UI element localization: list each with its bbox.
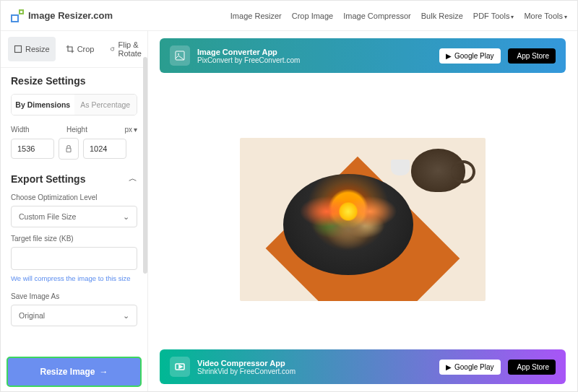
top-nav: Image Resizer Crop Image Image Compresso… <box>230 12 567 20</box>
resize-icon <box>14 45 22 53</box>
mode-by-dimensions[interactable]: By Dimensions <box>12 95 74 115</box>
optimization-select[interactable]: Custom File Size ⌄ <box>11 206 137 227</box>
app-store-button[interactable]: App Store <box>508 360 556 375</box>
main-area: Image Converter App PixConvert by FreeCo… <box>148 31 577 391</box>
export-settings-title: Export Settings <box>11 173 85 185</box>
chevron-down-icon: ▾ <box>511 14 514 20</box>
topbar: Image Resizer.com Image Resizer Crop Ima… <box>1 1 577 31</box>
settings-panel: Resize Settings By Dimensions As Percent… <box>1 68 147 391</box>
chevron-down-icon: ▾ <box>564 14 567 20</box>
nav-pdf-tools[interactable]: PDF Tools▾ <box>473 12 514 20</box>
lock-icon <box>64 144 73 153</box>
image-canvas[interactable] <box>160 83 566 384</box>
app-window: Image Resizer.com Image Resizer Crop Ima… <box>0 0 578 392</box>
dimension-inputs <box>11 138 137 160</box>
rotate-icon <box>110 45 115 53</box>
ad-text: Video Compressor App ShrinkVid by FreeCo… <box>197 359 432 375</box>
unit-selector[interactable]: px▾ <box>124 126 137 134</box>
logo-icon <box>11 9 24 22</box>
lock-aspect-button[interactable] <box>59 138 79 160</box>
export-header[interactable]: Export Settings ︿ <box>11 173 137 185</box>
nav-crop-image[interactable]: Crop Image <box>292 12 333 20</box>
width-input[interactable] <box>11 139 54 159</box>
save-as-select[interactable]: Original ⌄ <box>11 305 137 326</box>
preview-image <box>240 138 486 301</box>
resize-image-button[interactable]: Resize Image → <box>7 357 142 387</box>
ad-image-converter: Image Converter App PixConvert by FreeCo… <box>160 38 566 73</box>
tool-tabs: Resize Crop Flip & Rotate <box>1 31 147 68</box>
compress-hint: We will compress the image to this size <box>11 274 137 282</box>
logo[interactable]: Image Resizer.com <box>11 9 113 22</box>
svg-rect-1 <box>66 148 71 152</box>
ad-text: Image Converter App PixConvert by FreeCo… <box>197 48 432 64</box>
body: Resize Crop Flip & Rotate Resize Setting… <box>1 31 577 391</box>
svg-rect-0 <box>15 46 22 53</box>
width-label: Width <box>11 126 30 134</box>
tab-crop[interactable]: Crop <box>60 37 100 61</box>
nav-bulk-resize[interactable]: Bulk Resize <box>421 12 463 20</box>
nav-image-resizer[interactable]: Image Resizer <box>230 12 282 20</box>
play-icon: ▶ <box>446 52 452 60</box>
optimization-label: Choose Optimization Level <box>11 193 137 201</box>
google-play-button[interactable]: ▶Google Play <box>439 360 500 375</box>
mode-as-percentage[interactable]: As Percentage <box>74 95 137 115</box>
height-label: Height <box>66 126 87 134</box>
resize-mode-toggle: By Dimensions As Percentage <box>11 94 137 116</box>
ad-video-compressor: Video Compressor App ShrinkVid by FreeCo… <box>160 349 566 384</box>
svg-point-3 <box>178 53 179 55</box>
dimension-labels: Width Height px▾ <box>11 126 137 134</box>
video-icon <box>170 357 190 377</box>
chevron-down-icon: ▾ <box>134 126 137 134</box>
resize-settings-title: Resize Settings <box>11 75 137 87</box>
play-icon: ▶ <box>446 363 452 371</box>
target-size-input[interactable] <box>11 247 137 270</box>
arrow-right-icon: → <box>100 367 108 377</box>
chevron-down-icon: ⌄ <box>123 311 129 320</box>
nav-image-compressor[interactable]: Image Compressor <box>343 12 411 20</box>
save-as-label: Save Image As <box>11 292 137 300</box>
tab-resize[interactable]: Resize <box>8 37 56 61</box>
sidebar: Resize Crop Flip & Rotate Resize Setting… <box>1 31 148 391</box>
google-play-button[interactable]: ▶Google Play <box>439 48 500 64</box>
image-icon <box>170 45 190 66</box>
height-input[interactable] <box>83 139 126 159</box>
chevron-up-icon: ︿ <box>129 173 137 185</box>
scrollbar[interactable] <box>143 57 147 274</box>
chevron-down-icon: ⌄ <box>123 212 129 221</box>
logo-text: Image Resizer.com <box>28 10 113 21</box>
nav-more-tools[interactable]: More Tools▾ <box>524 12 567 20</box>
crop-icon <box>66 45 74 53</box>
app-store-button[interactable]: App Store <box>508 48 556 64</box>
target-size-label: Target file size (KB) <box>11 235 137 243</box>
